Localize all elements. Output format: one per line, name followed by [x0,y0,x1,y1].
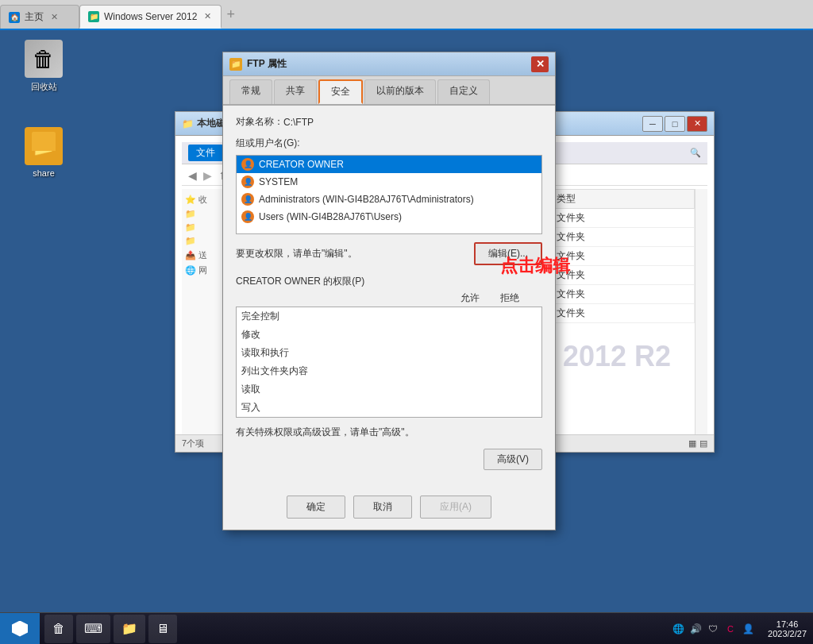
dialog-body: 对象名称： C:\FTP 组或用户名(G): 👤 CREATOR OWNER 👤… [223,106,555,488]
object-label: 对象名称： [236,115,283,129]
dialog-footer: 确定 取消 应用(A) [223,488,555,530]
tray-icon-security[interactable]: 🛡 [706,622,720,636]
special-perms-text: 有关特殊权限或高级设置，请单击"高级"。 [236,426,542,439]
perm-col-name [236,291,450,305]
dialog-title: FTP 属性 [247,57,531,71]
group-label: 组或用户名(G): [236,137,542,150]
taskbar-server-icon: 🖥 [156,622,169,636]
perm-item-write: 写入 [237,399,541,417]
user-item-creator[interactable]: 👤 CREATOR OWNER [237,156,541,173]
perm-section-label: CREATOR OWNER 的权限(P) [236,275,542,288]
tab-customize[interactable]: 自定义 [437,79,490,104]
taskbar-cmd-icon: ⌨ [84,621,102,636]
tray-icon-volume[interactable]: 🔊 [688,622,703,636]
desktop: 🏠 主页 ✕ 📁 Windows Server 2012 ✕ + 🗑 回收站 📁… [0,0,813,644]
perm-name-listdir: 列出文件夹内容 [241,364,457,378]
perm-item-read: 读取 [237,380,541,399]
advanced-button[interactable]: 高级(V) [484,449,542,470]
user-item-users[interactable]: 👤 Users (WIN-GI4B28AJ76T\Users) [237,208,541,226]
perm-columns: 允许 拒绝 [236,291,542,305]
perm-name-read: 读取 [241,383,457,396]
user-icon-system: 👤 [241,175,254,188]
start-button[interactable] [0,613,40,645]
perm-name-write: 写入 [241,401,457,415]
perm-name-modify: 修改 [241,328,457,341]
cancel-button[interactable]: 取消 [353,496,412,519]
dialog-close-button[interactable]: ✕ [531,56,549,72]
ftp-properties-dialog: 📁 FTP 属性 ✕ 常规 共享 安全 以前的版本 自定义 对象名称： C:\F… [222,52,556,530]
perm-col-allow: 允许 [450,291,490,305]
taskbar-item-explorer[interactable]: 📁 [114,615,145,643]
taskbar: 🗑 ⌨ 📁 🖥 🌐 🔊 🛡 C 👤 17:46 2023/2/27 [0,612,813,644]
taskbar-item-server[interactable]: 🖥 [148,615,177,643]
edit-button-row: 要更改权限，请单击"编辑"。 编辑(E)... [236,242,542,265]
dialog-tabs: 常规 共享 安全 以前的版本 自定义 [223,76,555,106]
tab-security[interactable]: 安全 [318,79,363,104]
taskbar-explorer-icon: 📁 [121,621,137,636]
perm-col-deny: 拒绝 [490,291,530,305]
tab-previous[interactable]: 以前的版本 [364,79,436,104]
apply-button[interactable]: 应用(A) [420,496,491,519]
object-value: C:\FTP [283,117,314,128]
time-display: 17:46 [768,619,807,629]
perm-item-readexec: 读取和执行 [237,344,541,362]
tab-general[interactable]: 常规 [229,79,272,104]
user-listbox[interactable]: 👤 CREATOR OWNER 👤 SYSTEM 👤 Administrator… [236,155,542,234]
ok-button[interactable]: 确定 [287,496,345,519]
perm-name-readexec: 读取和执行 [241,346,457,360]
tray-icon-csdn[interactable]: C [723,622,738,636]
object-name-row: 对象名称： C:\FTP [236,115,542,129]
advanced-button-row: 高级(V) [236,449,542,470]
taskbar-recycle-icon: 🗑 [52,622,65,636]
dialog-overlay: 📁 FTP 属性 ✕ 常规 共享 安全 以前的版本 自定义 对象名称： C:\F… [0,0,813,644]
date-display: 2023/2/27 [768,629,807,638]
edit-button[interactable]: 编辑(E)... [474,242,542,265]
user-name-creator: CREATOR OWNER [259,159,344,170]
user-name-system: SYSTEM [259,176,298,187]
taskbar-time[interactable]: 17:46 2023/2/27 [761,619,813,638]
perm-name-full: 完全控制 [241,310,457,323]
user-icon-admins: 👤 [241,193,254,206]
tab-sharing[interactable]: 共享 [274,79,317,104]
taskbar-items: 🗑 ⌨ 📁 🖥 [40,615,665,643]
user-icon-creator: 👤 [241,158,254,171]
dialog-title-icon: 📁 [229,58,242,71]
taskbar-item-cmd[interactable]: ⌨ [76,615,110,643]
perm-item-listdir: 列出文件夹内容 [237,362,541,380]
user-icon-users: 👤 [241,210,254,223]
taskbar-item-recycle[interactable]: 🗑 [44,615,73,643]
windows-logo-icon [12,621,28,637]
user-item-admins[interactable]: 👤 Administrators (WIN-GI4B28AJ76T\Admini… [237,191,541,208]
tray-icon-user[interactable]: 👤 [741,622,755,636]
system-tray: 🌐 🔊 🛡 C 👤 [665,622,761,636]
dialog-titlebar: 📁 FTP 属性 ✕ [223,52,555,76]
perm-item-full: 完全控制 [237,307,541,326]
user-name-users: Users (WIN-GI4B28AJ76T\Users) [259,211,402,222]
user-name-admins: Administrators (WIN-GI4B28AJ76T\Administ… [259,194,474,205]
perm-listbox[interactable]: 完全控制 修改 读取和执行 列出文件夹内 [236,307,542,418]
edit-hint: 要更改权限，请单击"编辑"。 [236,247,357,260]
tray-icon-network[interactable]: 🌐 [671,622,685,636]
user-item-system[interactable]: 👤 SYSTEM [237,173,541,191]
perm-item-modify: 修改 [237,326,541,344]
